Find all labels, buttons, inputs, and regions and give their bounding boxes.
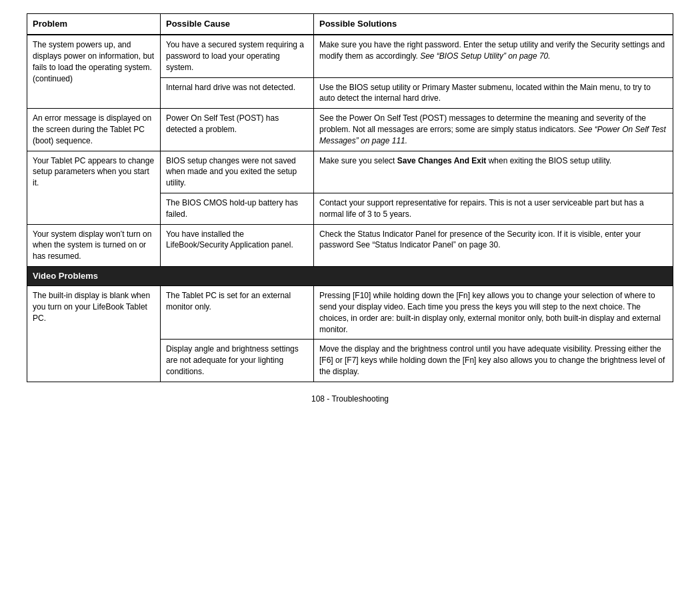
problem-cell: The system powers up, and displays power… (27, 35, 161, 108)
header-problem: Problem (27, 14, 161, 35)
cause-cell: The BIOS CMOS hold-up battery has failed… (161, 193, 314, 224)
problem-cell: Your system display won’t turn on when t… (27, 224, 161, 266)
header-solutions: Possible Solutions (314, 14, 673, 35)
table-header-row: Problem Possible Cause Possible Solution… (27, 14, 673, 35)
header-cause: Possible Cause (161, 14, 314, 35)
troubleshooting-table: Problem Possible Cause Possible Solution… (27, 13, 673, 382)
page-number-label: 108 - Troubleshooting (311, 394, 389, 404)
page-footer: 108 - Troubleshooting (27, 394, 673, 404)
solution-cell: Pressing [F10] while holding down the [F… (314, 286, 673, 340)
problem-cell: Your Tablet PC appears to change setup p… (27, 151, 161, 224)
cause-cell: Internal hard drive was not detected. (161, 77, 314, 109)
section-header-cell: Video Problems (27, 266, 673, 285)
table-row: The system powers up, and displays power… (27, 35, 673, 77)
table-row: The built-in display is blank when you t… (27, 286, 673, 340)
table-row: An error message is displayed on the scr… (27, 109, 673, 151)
solution-cell: Make sure you have the right password. E… (314, 35, 673, 77)
cause-cell: You have installed the LifeBook/Security… (161, 224, 314, 266)
solution-cell: Move the display and the brightness cont… (314, 340, 673, 382)
solution-cell: Make sure you select Save Changes And Ex… (314, 151, 673, 193)
cause-cell: You have a secured system requiring a pa… (161, 35, 314, 77)
solution-cell: Use the BIOS setup utility or Primary Ma… (314, 77, 673, 109)
cause-cell: BIOS setup changes were not saved when m… (161, 151, 314, 193)
table-row: Your Tablet PC appears to change setup p… (27, 151, 673, 193)
solution-cell: See the Power On Self Test (POST) messag… (314, 109, 673, 151)
section-header-row: Video Problems (27, 266, 673, 285)
problem-cell: The built-in display is blank when you t… (27, 286, 161, 382)
cause-cell: Power On Self Test (POST) has detected a… (161, 109, 314, 151)
cause-cell: The Tablet PC is set for an external mon… (161, 286, 314, 340)
solution-cell: Check the Status Indicator Panel for pre… (314, 224, 673, 266)
solution-cell: Contact your support representative for … (314, 193, 673, 224)
problem-cell: An error message is displayed on the scr… (27, 109, 161, 151)
table-row: Your system display won’t turn on when t… (27, 224, 673, 266)
cause-cell: Display angle and brightness settings ar… (161, 340, 314, 382)
